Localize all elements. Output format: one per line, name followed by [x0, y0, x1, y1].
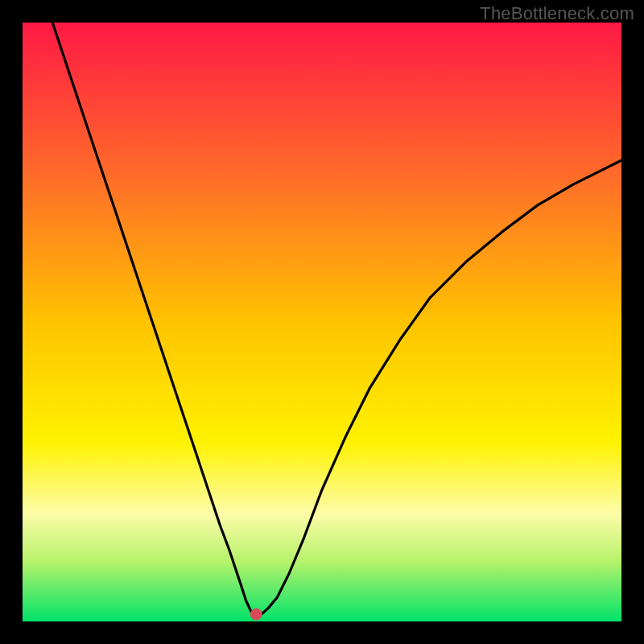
chart-frame: TheBottleneck.com — [0, 0, 644, 644]
watermark-text: TheBottleneck.com — [480, 3, 634, 24]
svg-rect-0 — [23, 23, 621, 621]
bottleneck-chart — [23, 23, 621, 621]
plot-area — [23, 23, 621, 621]
svg-point-1 — [250, 609, 262, 620]
